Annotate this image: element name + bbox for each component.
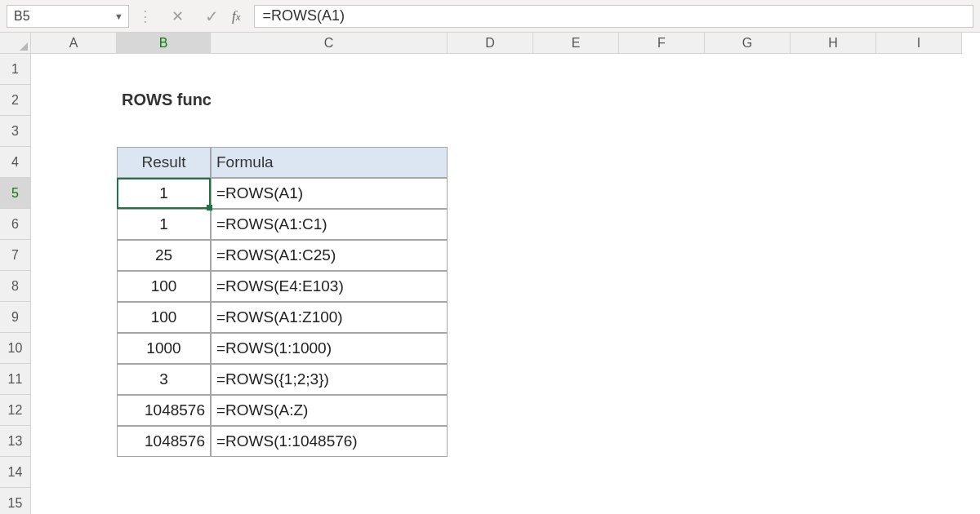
cell-H9[interactable] (791, 302, 876, 333)
cell-F9[interactable] (619, 302, 705, 333)
cell-G9[interactable] (705, 302, 791, 333)
cell-A11[interactable] (31, 364, 117, 395)
cell-H4[interactable] (791, 147, 876, 178)
cell-D15[interactable] (448, 488, 533, 514)
cell-C9[interactable]: =ROWS(A1:Z100) (211, 302, 448, 333)
cell-G14[interactable] (705, 457, 791, 488)
cell-I4[interactable] (876, 147, 962, 178)
cell-I1[interactable] (876, 54, 962, 85)
cell-B14[interactable] (117, 457, 211, 488)
col-header-C[interactable]: C (211, 33, 448, 54)
cell-G5[interactable] (705, 178, 791, 209)
cell-I11[interactable] (876, 364, 962, 395)
cell-G7[interactable] (705, 240, 791, 271)
cell-F7[interactable] (619, 240, 705, 271)
cell-C7[interactable]: =ROWS(A1:C25) (211, 240, 448, 271)
cell-D8[interactable] (448, 271, 533, 302)
cell-E3[interactable] (533, 116, 619, 147)
row-header-12[interactable]: 12 (0, 395, 31, 426)
cell-B10[interactable]: 1000 (117, 333, 211, 364)
cell-F6[interactable] (619, 209, 705, 240)
cell-I14[interactable] (876, 457, 962, 488)
cell-H6[interactable] (791, 209, 876, 240)
cell-E1[interactable] (533, 54, 619, 85)
cell-C6[interactable]: =ROWS(A1:C1) (211, 209, 448, 240)
cell-D2[interactable] (448, 85, 533, 116)
cell-B15[interactable] (117, 488, 211, 514)
cell-C5[interactable]: =ROWS(A1) (211, 178, 448, 209)
cell-H1[interactable] (791, 54, 876, 85)
cell-H15[interactable] (791, 488, 876, 514)
cell-C8[interactable]: =ROWS(E4:E103) (211, 271, 448, 302)
row-header-10[interactable]: 10 (0, 333, 31, 364)
cell-B2[interactable]: ROWS function (117, 85, 211, 116)
row-header-5[interactable]: 5 (0, 178, 31, 209)
row-header-8[interactable]: 8 (0, 271, 31, 302)
row-header-1[interactable]: 1 (0, 54, 31, 85)
cell-F8[interactable] (619, 271, 705, 302)
cell-A10[interactable] (31, 333, 117, 364)
cell-H13[interactable] (791, 426, 876, 457)
cell-C14[interactable] (211, 457, 448, 488)
cell-C15[interactable] (211, 488, 448, 514)
row-header-13[interactable]: 13 (0, 426, 31, 457)
cell-D6[interactable] (448, 209, 533, 240)
cell-H2[interactable] (791, 85, 876, 116)
cell-I15[interactable] (876, 488, 962, 514)
col-header-I[interactable]: I (876, 33, 962, 54)
cell-H11[interactable] (791, 364, 876, 395)
cell-D11[interactable] (448, 364, 533, 395)
cell-B3[interactable] (117, 116, 211, 147)
select-all-triangle[interactable] (0, 33, 31, 54)
cell-B11[interactable]: 3 (117, 364, 211, 395)
col-header-B[interactable]: B (117, 33, 211, 54)
cell-D7[interactable] (448, 240, 533, 271)
cell-E15[interactable] (533, 488, 619, 514)
cell-C2[interactable] (211, 85, 448, 116)
cell-D12[interactable] (448, 395, 533, 426)
cell-B1[interactable] (117, 54, 211, 85)
cell-D9[interactable] (448, 302, 533, 333)
row-header-3[interactable]: 3 (0, 116, 31, 147)
cell-G12[interactable] (705, 395, 791, 426)
name-box[interactable]: B5 ▼ (7, 5, 129, 28)
row-header-2[interactable]: 2 (0, 85, 31, 116)
cell-A8[interactable] (31, 271, 117, 302)
cell-I9[interactable] (876, 302, 962, 333)
cell-H8[interactable] (791, 271, 876, 302)
col-header-E[interactable]: E (533, 33, 619, 54)
cell-A12[interactable] (31, 395, 117, 426)
cell-G2[interactable] (705, 85, 791, 116)
table-header-result[interactable]: Result (117, 147, 211, 178)
cell-H12[interactable] (791, 395, 876, 426)
cell-G3[interactable] (705, 116, 791, 147)
cell-B9[interactable]: 100 (117, 302, 211, 333)
cell-F5[interactable] (619, 178, 705, 209)
cell-A5[interactable] (31, 178, 117, 209)
cell-I12[interactable] (876, 395, 962, 426)
cell-A14[interactable] (31, 457, 117, 488)
row-header-6[interactable]: 6 (0, 209, 31, 240)
cell-A4[interactable] (31, 147, 117, 178)
cell-F15[interactable] (619, 488, 705, 514)
col-header-D[interactable]: D (448, 33, 533, 54)
cell-E14[interactable] (533, 457, 619, 488)
row-header-11[interactable]: 11 (0, 364, 31, 395)
row-header-15[interactable]: 15 (0, 488, 31, 514)
cell-D3[interactable] (448, 116, 533, 147)
cell-A9[interactable] (31, 302, 117, 333)
cell-I7[interactable] (876, 240, 962, 271)
cell-B8[interactable]: 100 (117, 271, 211, 302)
cell-C1[interactable] (211, 54, 448, 85)
col-header-G[interactable]: G (705, 33, 791, 54)
cell-G1[interactable] (705, 54, 791, 85)
row-header-4[interactable]: 4 (0, 147, 31, 178)
cell-E9[interactable] (533, 302, 619, 333)
cell-F12[interactable] (619, 395, 705, 426)
cell-H7[interactable] (791, 240, 876, 271)
enter-icon[interactable]: ✓ (205, 7, 219, 26)
cell-D14[interactable] (448, 457, 533, 488)
cell-B7[interactable]: 25 (117, 240, 211, 271)
cancel-icon[interactable]: ✕ (172, 7, 184, 25)
cell-A2[interactable] (31, 85, 117, 116)
